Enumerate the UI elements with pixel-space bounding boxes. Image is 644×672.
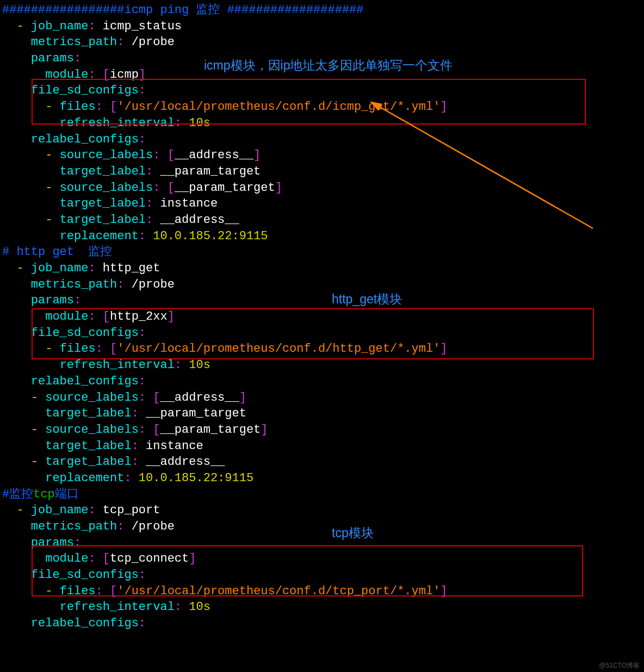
comment-http-section: # http get 监控 bbox=[2, 245, 112, 259]
annotation-http: http_get模块 bbox=[332, 291, 402, 308]
comment-icmp-section: #################icmp ping 监控 ##########… bbox=[2, 3, 364, 17]
annotation-icmp: icmp模块，因ip地址太多因此单独写一个文件 bbox=[204, 57, 453, 74]
comment-tcp-section: #监控tcp端口 bbox=[2, 488, 79, 501]
watermark-text: @51CTO博客 bbox=[599, 661, 640, 670]
yaml-code-block: #################icmp ping 监控 ##########… bbox=[0, 0, 644, 632]
annotation-tcp: tcp模块 bbox=[332, 525, 374, 542]
